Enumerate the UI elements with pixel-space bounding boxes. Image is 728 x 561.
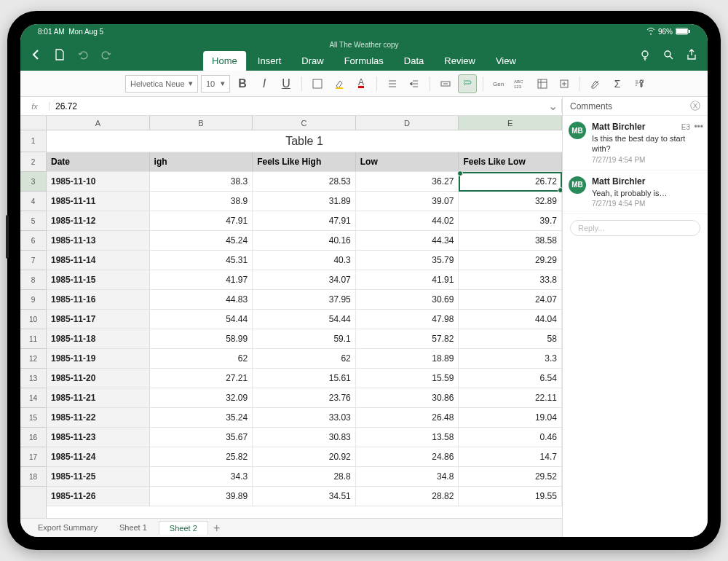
row-header-6[interactable]: 6 (20, 231, 46, 251)
row-header-18[interactable]: 18 (20, 467, 46, 487)
cell[interactable]: 40.16 (253, 231, 356, 250)
cell[interactable]: 15.61 (253, 369, 356, 388)
header-cell[interactable]: Low (356, 152, 459, 171)
cell[interactable]: 1985-11-19 (47, 349, 150, 368)
comment-item[interactable]: MBE3•••Matt BirchlerIs this the best day… (563, 116, 708, 170)
column-header-C[interactable]: C (253, 116, 356, 130)
sheet-tab[interactable]: Sheet 2 (159, 521, 208, 535)
header-cell[interactable]: Date (47, 152, 150, 171)
cell[interactable]: 30.86 (356, 388, 459, 407)
cell[interactable]: 28.53 (253, 172, 356, 191)
row-header-15[interactable]: 15 (20, 408, 46, 428)
header-cell[interactable]: Feels Like Low (459, 152, 562, 171)
row-header-3[interactable]: 3 (20, 172, 46, 192)
cell[interactable]: 3.3 (459, 349, 562, 368)
insert-delete-button[interactable] (555, 74, 574, 93)
cell[interactable]: 1985-11-12 (47, 211, 150, 230)
clear-button[interactable] (586, 74, 605, 93)
cell[interactable]: 1985-11-23 (47, 428, 150, 447)
cell[interactable]: 59.1 (253, 329, 356, 348)
cell[interactable]: 22.11 (459, 388, 562, 407)
row-header-13[interactable]: 13 (20, 369, 46, 388)
cell[interactable]: 58 (459, 329, 562, 348)
select-all-corner[interactable] (20, 116, 47, 130)
cell[interactable]: 31.89 (253, 192, 356, 211)
cell[interactable]: 1985-11-18 (47, 329, 150, 348)
font-size-select[interactable]: 10▾ (201, 75, 230, 93)
cell[interactable]: 35.79 (356, 251, 459, 270)
italic-button[interactable]: I (255, 74, 274, 93)
cell[interactable]: 1985-11-25 (47, 467, 150, 486)
underline-button[interactable]: U (277, 74, 296, 93)
wrap-text-button[interactable] (458, 74, 477, 93)
column-header-A[interactable]: A (47, 116, 150, 130)
cell[interactable]: 38.3 (150, 172, 253, 191)
formula-input[interactable] (50, 101, 545, 111)
back-icon[interactable] (26, 44, 47, 65)
cell[interactable]: 54.44 (150, 310, 253, 329)
cell[interactable]: 36.27 (356, 172, 459, 191)
redo-icon[interactable] (96, 44, 116, 65)
row-header-12[interactable]: 12 (20, 349, 46, 369)
merge-button[interactable] (436, 74, 455, 93)
row-header-14[interactable]: 14 (20, 388, 46, 408)
search-icon[interactable] (658, 44, 678, 65)
tab-data[interactable]: Data (395, 51, 432, 71)
fill-color-button[interactable] (330, 74, 349, 93)
cell[interactable]: 1985-11-20 (47, 369, 150, 388)
tab-formulas[interactable]: Formulas (336, 51, 392, 71)
cell[interactable]: 1985-11-26 (47, 487, 150, 506)
cell[interactable]: 41.91 (356, 270, 459, 289)
sheet-tab[interactable]: Sheet 1 (109, 521, 157, 535)
indent-button[interactable] (405, 74, 424, 93)
cell[interactable]: 1985-11-14 (47, 251, 150, 270)
formula-expand[interactable]: ⌄ (545, 99, 562, 113)
cell[interactable]: 1985-11-13 (47, 231, 150, 250)
close-icon[interactable]: ⓧ (690, 100, 700, 113)
cell[interactable]: 54.44 (253, 310, 356, 329)
cell[interactable]: 34.07 (253, 270, 356, 289)
font-color-button[interactable]: A (352, 74, 371, 93)
cell[interactable]: 28.82 (356, 487, 459, 506)
row-header-4[interactable]: 4 (20, 192, 46, 211)
cell[interactable]: 0.46 (459, 428, 562, 447)
cell[interactable]: 29.29 (459, 251, 562, 270)
cell[interactable]: 44.04 (459, 310, 562, 329)
file-icon[interactable] (50, 44, 70, 65)
column-header-E[interactable]: E (459, 116, 562, 130)
general-format-button[interactable]: Gen (489, 74, 508, 93)
cell[interactable]: 1985-11-24 (47, 447, 150, 466)
cell[interactable]: 29.52 (459, 467, 562, 486)
font-family-select[interactable]: Helvetica Neue▾ (125, 75, 198, 93)
row-header-10[interactable]: 10 (20, 310, 46, 329)
cell[interactable]: 39.07 (356, 192, 459, 211)
sort-filter-button[interactable] (630, 74, 649, 93)
tab-draw[interactable]: Draw (293, 51, 332, 71)
bold-button[interactable]: B (233, 74, 252, 93)
cell[interactable]: 34.8 (356, 467, 459, 486)
cell[interactable]: 38.58 (459, 231, 562, 250)
cell[interactable]: 39.7 (459, 211, 562, 230)
column-header-B[interactable]: B (150, 116, 253, 130)
cell[interactable]: 13.58 (356, 428, 459, 447)
lightbulb-icon[interactable] (635, 44, 655, 65)
cell[interactable]: 41.97 (150, 270, 253, 289)
cell[interactable]: 32.09 (150, 388, 253, 407)
autosum-button[interactable]: Σ (608, 74, 627, 93)
cell[interactable]: 24.86 (356, 447, 459, 466)
cell[interactable]: 44.02 (356, 211, 459, 230)
cell[interactable]: 1985-11-15 (47, 270, 150, 289)
comment-item[interactable]: MBMatt BirchlerYeah, it probably is…7/27… (563, 170, 708, 214)
row-header-2[interactable]: 2 (20, 152, 46, 172)
cell[interactable]: 1985-11-11 (47, 192, 150, 211)
sheet-tab[interactable]: Export Summary (28, 521, 108, 535)
cell[interactable]: 26.72 (459, 172, 562, 191)
cell[interactable]: 62 (253, 349, 356, 368)
cell[interactable]: 57.82 (356, 329, 459, 348)
row-header-9[interactable]: 9 (20, 290, 46, 310)
cell[interactable]: 1985-11-21 (47, 388, 150, 407)
cell[interactable]: 62 (150, 349, 253, 368)
cell[interactable]: 30.83 (253, 428, 356, 447)
cell[interactable]: 15.59 (356, 369, 459, 388)
cell[interactable]: 47.98 (356, 310, 459, 329)
